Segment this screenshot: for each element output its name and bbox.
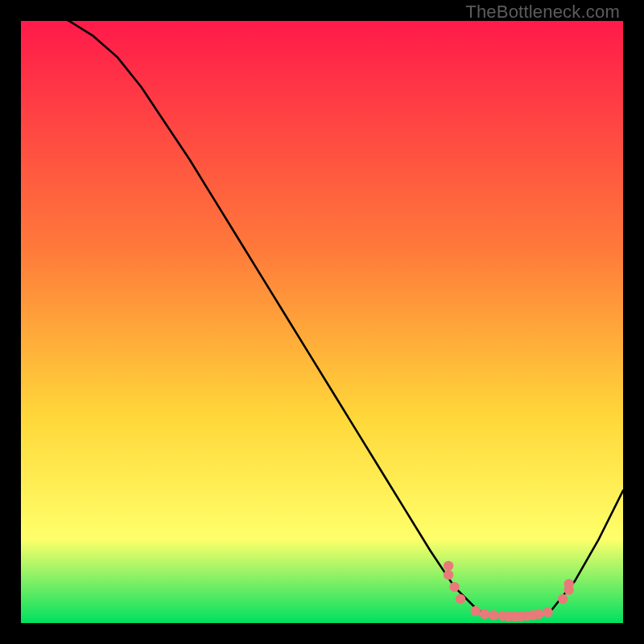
watermark-text: TheBottleneck.com (465, 2, 620, 23)
chart-frame (21, 21, 623, 623)
gradient-background (21, 21, 623, 623)
marker-point (471, 606, 481, 616)
marker-point (489, 610, 498, 620)
bottleneck-chart (21, 21, 623, 623)
marker-point (534, 609, 543, 619)
marker-point (444, 570, 453, 580)
marker-point (558, 594, 568, 604)
marker-point (449, 582, 459, 592)
marker-point (564, 579, 573, 588)
marker-point (456, 594, 465, 604)
marker-point (444, 561, 453, 571)
marker-point (480, 609, 489, 619)
marker-point (543, 607, 552, 617)
